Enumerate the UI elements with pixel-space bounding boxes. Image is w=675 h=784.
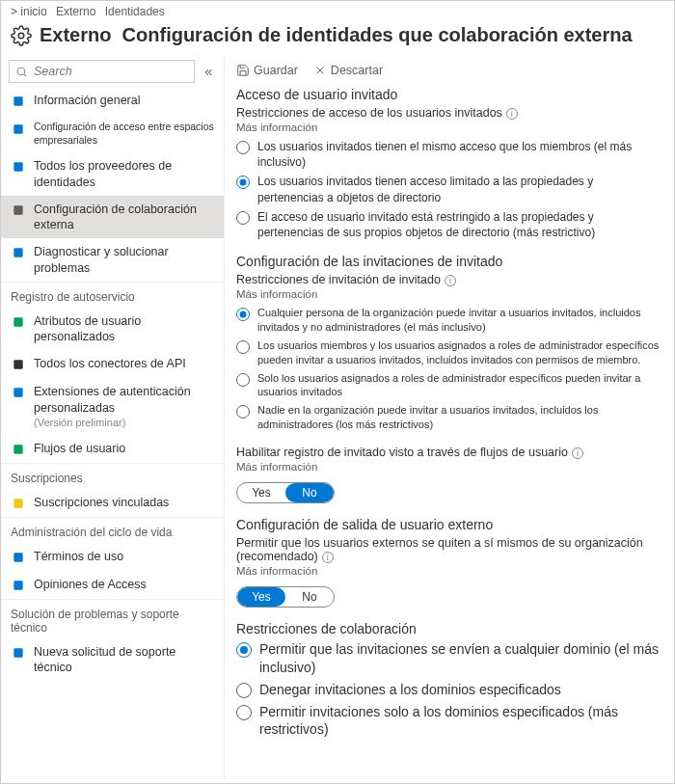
svg-rect-3 bbox=[14, 96, 22, 105]
svg-rect-9 bbox=[14, 361, 22, 369]
breadcrumb-home[interactable]: > inicio bbox=[11, 5, 47, 18]
radio-icon[interactable] bbox=[236, 705, 252, 720]
svg-rect-6 bbox=[14, 205, 22, 214]
radio-icon[interactable] bbox=[236, 683, 252, 698]
radio-label: Denegar invitaciones a los dominios espe… bbox=[259, 681, 662, 699]
save-icon bbox=[236, 64, 250, 77]
more-info-link[interactable]: Más información bbox=[236, 122, 662, 133]
nav-section-support: Solución de problemas y soporte técnico bbox=[1, 599, 224, 638]
svg-point-0 bbox=[18, 33, 24, 39]
toggle-no[interactable]: No bbox=[285, 587, 334, 607]
guest-access-sub: Restricciones de acceso de los usuarios … bbox=[236, 106, 662, 120]
collab-section: Restricciones de colaboración Permitir q… bbox=[236, 621, 662, 739]
sidebar-item-auth-ext[interactable]: Extensiones de autenticación personaliza… bbox=[1, 378, 224, 435]
radio-icon[interactable] bbox=[236, 405, 250, 419]
guest-invite-title: Configuración de las invitaciones de inv… bbox=[236, 254, 662, 269]
search-input[interactable]: Search bbox=[9, 60, 195, 83]
radio-option[interactable]: Solo los usuarios asignados a roles de a… bbox=[236, 371, 662, 400]
svg-rect-7 bbox=[14, 249, 22, 257]
leave-sub: Permitir que los usuarios externos se qu… bbox=[236, 536, 662, 563]
svg-rect-8 bbox=[14, 317, 22, 326]
sidebar-item-access-reviews[interactable]: Opiniones de Access bbox=[1, 571, 224, 599]
radio-label: Los usuarios invitados tienen el mismo a… bbox=[257, 139, 662, 170]
sidebar-item-cross-tenant[interactable]: Configuración de acceso entre espacios e… bbox=[1, 115, 224, 152]
collapse-sidebar-button[interactable]: « bbox=[201, 64, 216, 79]
radio-icon[interactable] bbox=[236, 340, 250, 354]
sidebar-item-linked-subs[interactable]: Suscripciones vinculadas bbox=[1, 489, 224, 517]
page-title: Externo Configuración de identidades que… bbox=[40, 24, 633, 46]
page-header: Externo Configuración de identidades que… bbox=[1, 20, 674, 56]
toolbar: Guardar Descartar bbox=[236, 60, 662, 87]
self-signup-toggle[interactable]: Yes No bbox=[236, 482, 335, 503]
radio-option[interactable]: Permitir que las invitaciones se envíen … bbox=[236, 640, 662, 677]
leave-title: Configuración de salida de usuario exter… bbox=[236, 517, 662, 532]
sidebar-item-label: Todos los proveedores de identidades bbox=[34, 158, 214, 190]
radio-option[interactable]: Cualquier persona de la organización pue… bbox=[236, 306, 662, 335]
sidebar-item-api-connectors[interactable]: Todos los conectores de API bbox=[1, 350, 224, 378]
sidebar-item-collab-config[interactable]: Configuración de colaboración externa bbox=[1, 196, 224, 239]
radio-option[interactable]: El acceso de usuario invitado está restr… bbox=[236, 209, 662, 240]
radio-icon[interactable] bbox=[236, 211, 250, 225]
sidebar-item-providers[interactable]: Todos los proveedores de identidades bbox=[1, 152, 224, 196]
radio-option[interactable]: Nadie en la organización puede invitar a… bbox=[236, 403, 662, 432]
svg-rect-14 bbox=[14, 581, 22, 589]
info-icon[interactable]: i bbox=[572, 447, 583, 459]
toggle-yes[interactable]: Yes bbox=[237, 483, 285, 502]
sidebar-item-new-ticket[interactable]: Nueva solicitud de soporte técnico bbox=[1, 638, 224, 682]
leave-toggle[interactable]: Yes No bbox=[236, 586, 335, 608]
radio-icon[interactable] bbox=[236, 642, 252, 658]
toggle-yes[interactable]: Yes bbox=[237, 587, 285, 607]
radio-option[interactable]: Los usuarios invitados tienen el mismo a… bbox=[236, 139, 662, 170]
toggle-no[interactable]: No bbox=[285, 483, 334, 502]
gear-icon bbox=[11, 25, 32, 46]
discard-button[interactable]: Descartar bbox=[313, 64, 383, 77]
main-content: Guardar Descartar Acceso de usuario invi… bbox=[225, 56, 674, 780]
svg-rect-10 bbox=[14, 389, 22, 397]
radio-icon[interactable] bbox=[236, 176, 250, 189]
radio-label: Cualquier persona de la organización pue… bbox=[257, 306, 662, 335]
radio-icon[interactable] bbox=[236, 373, 250, 387]
more-info-link[interactable]: Más información bbox=[236, 461, 662, 473]
info-icon[interactable]: i bbox=[506, 108, 518, 120]
breadcrumb-identidades[interactable]: Identidades bbox=[105, 5, 165, 18]
collab-title: Restricciones de colaboración bbox=[236, 621, 662, 636]
sidebar-item-label: Nueva solicitud de soporte técnico bbox=[34, 644, 214, 676]
radio-option[interactable]: Los usuarios invitados tienen acceso lim… bbox=[236, 174, 662, 204]
radio-option[interactable]: Denegar invitaciones a los dominios espe… bbox=[236, 681, 662, 699]
more-info-link[interactable]: Más información bbox=[236, 565, 662, 577]
guest-invite-sub: Restricciones de invitación de invitadoi bbox=[236, 273, 662, 286]
self-signup-title: Habilitar registro de invitado visto a t… bbox=[236, 446, 662, 459]
sidebar-item-info-general[interactable]: Información general bbox=[1, 87, 224, 115]
more-info-link[interactable]: Más información bbox=[236, 288, 662, 300]
sidebar-item-diagnose[interactable]: Diagnosticar y solucionar problemas bbox=[1, 238, 224, 282]
sidebar-item-user-flows[interactable]: Flujos de usuario bbox=[1, 435, 224, 463]
nav-item-icon bbox=[12, 646, 25, 660]
sidebar-item-label: Flujos de usuario bbox=[34, 441, 214, 456]
nav-item-icon bbox=[12, 579, 25, 592]
radio-icon[interactable] bbox=[236, 141, 250, 154]
radio-option[interactable]: Los usuarios miembros y los usuarios asi… bbox=[236, 338, 662, 367]
save-button[interactable]: Guardar bbox=[236, 64, 298, 77]
info-icon[interactable]: i bbox=[322, 552, 334, 563]
breadcrumb-externo[interactable]: Externo bbox=[56, 5, 95, 18]
sidebar-item-label: Información general bbox=[34, 93, 214, 108]
sidebar: Search « Información generalConfiguració… bbox=[1, 56, 225, 780]
radio-icon[interactable] bbox=[236, 308, 250, 321]
svg-line-2 bbox=[24, 74, 26, 76]
svg-rect-15 bbox=[14, 648, 22, 657]
info-icon[interactable]: i bbox=[445, 275, 456, 286]
radio-label: El acceso de usuario invitado está restr… bbox=[257, 209, 662, 240]
sidebar-item-custom-attrs[interactable]: Atributos de usuario personalizados bbox=[1, 308, 224, 351]
sidebar-item-terms[interactable]: Términos de uso bbox=[1, 543, 224, 571]
radio-option[interactable]: Permitir invitaciones solo a los dominio… bbox=[236, 703, 662, 740]
breadcrumb: > inicio Externo Identidades bbox=[1, 1, 674, 20]
nav-item-icon bbox=[12, 551, 25, 564]
nav-item-icon bbox=[12, 95, 25, 108]
leave-section: Configuración de salida de usuario exter… bbox=[236, 517, 662, 608]
nav-item-icon bbox=[12, 358, 25, 371]
radio-label: Los usuarios miembros y los usuarios asi… bbox=[257, 338, 662, 367]
guest-access-section: Acceso de usuario invitado Restricciones… bbox=[236, 87, 662, 240]
nav-section-subs: Suscripciones bbox=[1, 463, 224, 489]
svg-rect-13 bbox=[14, 553, 22, 561]
radio-label: Nadie en la organización puede invitar a… bbox=[257, 403, 662, 432]
